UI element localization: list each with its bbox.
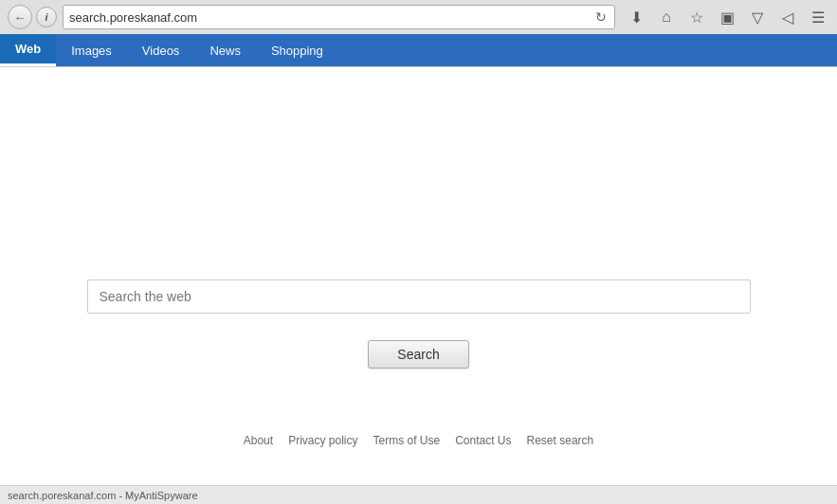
home-icon[interactable]: ⌂: [655, 6, 678, 28]
tab-web[interactable]: Web: [0, 34, 56, 66]
bookmark-star-icon[interactable]: ☆: [685, 6, 708, 28]
footer-privacy[interactable]: Privacy policy: [288, 434, 357, 447]
send-icon[interactable]: ◁: [776, 6, 799, 28]
info-button[interactable]: i: [36, 7, 57, 27]
tab-news[interactable]: News: [194, 34, 256, 66]
footer-about[interactable]: About: [244, 434, 273, 447]
footer-terms[interactable]: Terms of Use: [373, 434, 440, 447]
reload-button[interactable]: ↻: [593, 9, 609, 25]
browser-chrome: ← i ↻ ⬇ ⌂ ☆ ▣ ▽ ◁ ☰ Web Images Videos Ne…: [0, 0, 837, 67]
search-box-wrapper: [87, 279, 751, 314]
download-icon[interactable]: ⬇: [625, 6, 647, 28]
tab-shopping[interactable]: Shopping: [256, 34, 338, 66]
footer-contact[interactable]: Contact Us: [455, 434, 511, 447]
status-bar: search.poreskanaf.com - MyAntiSpyware: [0, 485, 837, 504]
back-button[interactable]: ←: [8, 5, 32, 29]
footer-links: About Privacy policy Terms of Use Contac…: [0, 434, 837, 447]
wallet-icon[interactable]: ▣: [716, 6, 738, 28]
shield-icon[interactable]: ▽: [746, 6, 769, 28]
title-bar: ← i ↻ ⬇ ⌂ ☆ ▣ ▽ ◁ ☰: [0, 0, 837, 34]
address-bar[interactable]: [69, 10, 590, 25]
address-bar-container: ↻: [63, 5, 615, 29]
tab-videos[interactable]: Videos: [127, 34, 195, 66]
nav-buttons: ← i: [8, 5, 57, 29]
search-button[interactable]: Search: [368, 340, 468, 369]
search-input[interactable]: [87, 279, 751, 314]
toolbar-icons: ⬇ ⌂ ☆ ▣ ▽ ◁ ☰: [625, 6, 829, 28]
footer-reset[interactable]: Reset search: [527, 434, 594, 447]
nav-tabs: Web Images Videos News Shopping: [0, 34, 837, 66]
tab-images[interactable]: Images: [56, 34, 127, 66]
menu-icon[interactable]: ☰: [807, 6, 829, 28]
status-text: search.poreskanaf.com - MyAntiSpyware: [8, 490, 198, 501]
